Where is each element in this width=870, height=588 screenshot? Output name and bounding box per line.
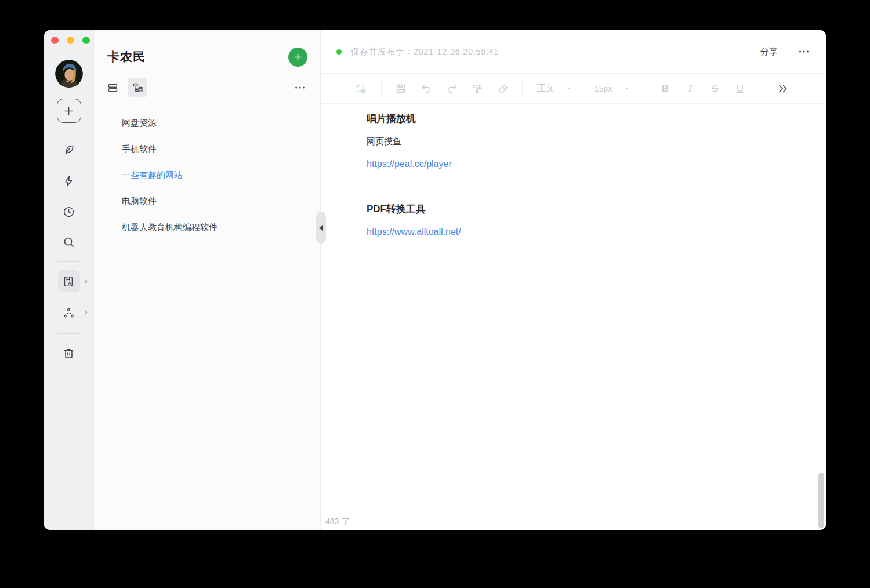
content-link-line: https://peal.cc/player [367,153,803,175]
eraser-icon [496,82,509,95]
chevron-down-icon [624,85,630,92]
avatar[interactable] [55,60,83,88]
content-paragraph: 网页摸鱼 [367,130,803,153]
font-size-value: 15px [594,84,612,93]
format-painter-icon [471,82,484,95]
share-button[interactable]: 分享 [760,46,778,57]
knowledge-base-icon: A [62,275,75,288]
doc-item[interactable]: 网盘资源 [94,110,320,136]
app-window: A [44,30,826,530]
font-size-select[interactable]: 15px [594,84,630,93]
tree-view-button[interactable] [128,78,147,97]
rail-item-write[interactable] [58,139,80,161]
editor-header: 保存并发布于：2021-12-26 20:59:41 分享 [321,30,826,73]
format-painter-button[interactable] [470,82,484,95]
content-link-line: https://www.alltoall.net/ [367,220,803,243]
bold-button[interactable]: B [660,83,670,95]
rail-item-recent[interactable] [58,201,80,223]
flash-icon [62,175,75,188]
saved-status-dot [336,49,342,55]
icon-rail: A [44,30,94,530]
traffic-lights [51,37,90,44]
sidebar-collapse-handle[interactable] [316,212,326,244]
editor-toolbar: 正文 15px B I S U [321,73,826,104]
ellipsis-icon [293,81,306,94]
knowledge-base-expand-chevron[interactable] [82,278,89,285]
close-window-button[interactable] [51,37,59,44]
content-link[interactable]: https://peal.cc/player [367,159,452,169]
doc-item[interactable]: 电脑软件 [94,188,320,214]
trash-icon [62,347,75,360]
plus-icon [292,52,303,63]
italic-button[interactable]: I [685,83,695,95]
strikethrough-button[interactable]: S [710,83,720,95]
rail-item-team[interactable] [58,302,80,324]
save-button[interactable] [394,82,407,95]
pen-icon [62,143,75,157]
search-icon [62,235,75,249]
plus-icon [62,104,75,118]
word-count: 483 字 [325,517,349,527]
avatar-image [55,60,83,88]
view-toggle-row [103,78,307,97]
paragraph-style-value: 正文 [537,83,554,94]
content-link[interactable]: https://www.alltoall.net/ [367,227,461,237]
zoom-window-button[interactable] [82,37,90,44]
double-chevron-right-icon [777,82,789,95]
rail-item-knowledge-base[interactable]: A [58,270,80,292]
toolbar-separator [381,80,382,97]
doc-list: 网盘资源 手机软件 一些有趣的网站 电脑软件 机器人教育机构编程软件 [94,110,320,240]
chevron-right-icon [82,309,89,316]
team-expand-chevron[interactable] [82,309,89,316]
chevron-down-icon [566,85,572,92]
clear-format-button[interactable] [496,82,509,95]
toolbar-separator [644,80,644,97]
svg-text:A: A [68,281,71,286]
recent-clock-icon [62,205,75,219]
doc-sidebar: 卡农民 [94,30,321,530]
rail-item-trash[interactable] [58,342,80,364]
underline-button[interactable]: U [735,83,745,95]
editor-content[interactable]: 唱片播放机 网页摸鱼 https://peal.cc/player PDF转换工… [321,104,826,530]
list-view-icon [107,82,119,94]
redo-button[interactable] [445,82,458,95]
content-empty-line [367,175,803,198]
tree-view-icon [132,82,144,94]
content-heading: 唱片播放机 [367,107,803,130]
list-view-button[interactable] [103,78,122,97]
toolbar-expand-button[interactable] [776,82,789,95]
redo-icon [445,82,458,95]
ellipsis-icon [798,45,810,58]
undo-icon [420,82,433,95]
toolbar-separator [522,80,523,97]
save-icon [394,82,407,95]
scrollbar-thumb[interactable] [818,473,824,528]
paragraph-style-select[interactable]: 正文 [537,83,572,94]
toolbar-format-group: B I S U [660,83,745,95]
editor-pane: 保存并发布于：2021-12-26 20:59:41 分享 [321,30,826,530]
doc-item[interactable]: 机器人教育机构编程软件 [94,214,320,240]
rail-divider [57,261,81,262]
collapse-arrow-icon [319,225,323,231]
add-doc-button[interactable] [288,48,307,67]
insert-card-icon [354,82,367,95]
toolbar-history-group [394,82,509,95]
doc-item-active[interactable]: 一些有趣的网站 [94,162,320,188]
saved-status-text: 保存并发布于：2021-12-26 20:59:41 [351,46,499,57]
undo-button[interactable] [419,82,433,95]
rail-item-flash[interactable] [58,170,80,192]
content-heading: PDF转换工具 [367,198,803,220]
minimize-window-button[interactable] [67,37,74,44]
editor-more-button[interactable] [798,45,810,58]
workspace-title: 卡农民 [107,49,146,65]
toolbar-separator [762,80,762,97]
chevron-right-icon [82,278,89,285]
rail-item-search[interactable] [58,231,80,253]
sidebar-more-button[interactable] [292,80,307,95]
insert-card-button[interactable] [354,82,367,95]
team-icon [62,306,75,320]
doc-item[interactable]: 手机软件 [94,136,320,162]
rail-divider [57,333,81,334]
new-note-button[interactable] [57,99,81,123]
